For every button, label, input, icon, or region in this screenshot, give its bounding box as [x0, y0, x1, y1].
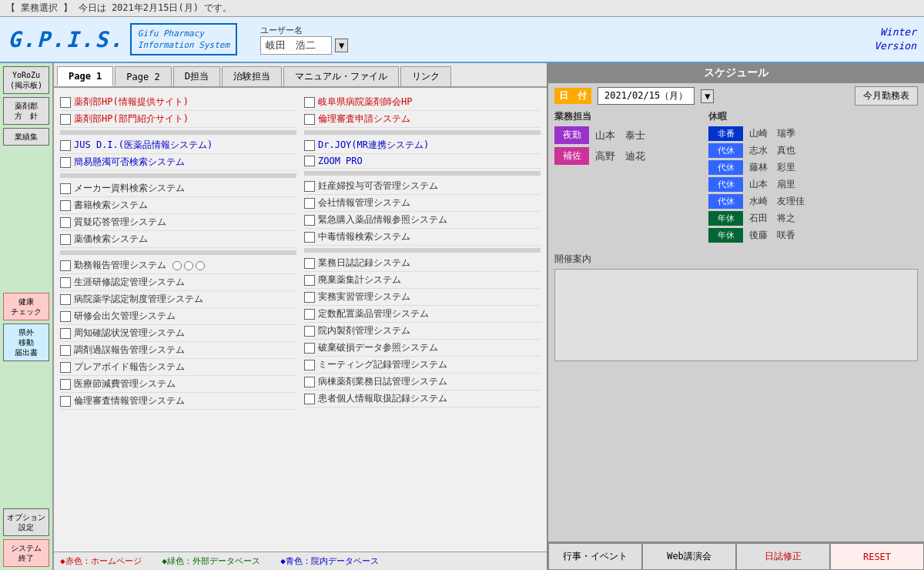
link-checkbox[interactable] — [304, 232, 315, 243]
sidebar-btn-gyoseki[interactable]: 業績集 — [3, 128, 49, 146]
link-text[interactable]: 書籍検索システム — [74, 199, 148, 212]
btn-reset[interactable]: RESET — [830, 543, 924, 570]
sidebar-btn-yakuzai[interactable]: 薬剤郡方 針 — [3, 97, 49, 125]
link-checkbox[interactable] — [60, 345, 71, 356]
link-text[interactable]: 妊産婦投与可否管理システム — [318, 179, 438, 193]
link-checkbox[interactable] — [304, 215, 315, 226]
sidebar-btn-kengai[interactable]: 県外移動届出書 — [3, 324, 49, 361]
legend-green: ◆緑色：外部データベース — [162, 556, 260, 566]
link-checkbox[interactable] — [304, 360, 315, 370]
date-dropdown-icon[interactable]: ▼ — [701, 89, 714, 103]
link-checkbox[interactable] — [60, 234, 71, 245]
link-text[interactable]: 緊急購入薬品情報参照システム — [318, 213, 447, 226]
link-checkbox[interactable] — [60, 157, 71, 168]
holiday-row-6: 年休 石田 将之 — [708, 211, 901, 226]
sidebar-btn-option[interactable]: オプション設定 — [3, 508, 49, 536]
radio-option2[interactable] — [184, 261, 193, 270]
logo-area: G.P.I.S. Gifu Pharmacy Information Syste… — [8, 23, 237, 56]
date-value: 2021/02/15（月） — [598, 87, 695, 105]
link-checkbox[interactable] — [304, 292, 315, 303]
link-checkbox[interactable] — [304, 258, 315, 269]
link-checkbox[interactable] — [304, 140, 315, 151]
schedule-date-row: 日 付 2021/02/15（月） ▼ 今月勤務表 — [548, 83, 924, 109]
link-text[interactable]: 倫理審査情報管理システム — [74, 394, 185, 407]
link-checkbox[interactable] — [60, 362, 71, 373]
link-text[interactable]: ミーティング記録管理システム — [318, 358, 447, 371]
link-checkbox[interactable] — [60, 379, 71, 390]
link-text[interactable]: 岐阜県病院薬剤師会HP — [318, 96, 412, 109]
link-text[interactable]: 生涯研修認定管理システム — [74, 276, 185, 289]
link-text[interactable]: 病院薬学認定制度管理システム — [74, 293, 203, 306]
link-text[interactable]: 患者個人情報取扱記録システム — [318, 392, 447, 405]
link-text[interactable]: Dr.JOY(MR連携システム) — [318, 139, 429, 152]
sidebar-btn-yorozu[interactable]: YoRoZu(掲示板) — [3, 66, 49, 94]
link-text[interactable]: 廃棄薬集計システム — [318, 273, 401, 287]
tab-dtanto[interactable]: D担当 — [173, 66, 220, 86]
link-checkbox[interactable] — [60, 114, 71, 125]
footer-legend: ◆赤色：ホームページ ◆緑色：外部データベース ◆青色：院内データベース — [54, 552, 547, 570]
link-checkbox[interactable] — [304, 198, 315, 209]
link-text[interactable]: 院内製剤管理システム — [318, 324, 410, 337]
link-text[interactable]: 調剤過誤報告管理システム — [74, 344, 185, 357]
link-text[interactable]: 定数配置薬品管理システム — [318, 307, 429, 320]
list-item: 書籍検索システム — [60, 197, 296, 214]
link-text[interactable]: 研修会出欠管理システム — [74, 310, 176, 323]
link-text[interactable]: 薬価検索システム — [74, 233, 148, 246]
radio-option1[interactable] — [172, 261, 182, 270]
link-checkbox[interactable] — [304, 377, 315, 387]
link-text[interactable]: 会社情報管理システム — [318, 196, 410, 210]
link-text[interactable]: 薬剤部HP(情報提供サイト) — [74, 96, 189, 109]
link-checkbox[interactable] — [304, 97, 315, 108]
radio-option3[interactable] — [196, 261, 205, 270]
link-checkbox[interactable] — [60, 97, 71, 108]
tab-page2[interactable]: Page 2 — [115, 66, 171, 86]
link-checkbox[interactable] — [304, 156, 315, 166]
link-checkbox[interactable] — [304, 343, 315, 354]
link-checkbox[interactable] — [304, 394, 315, 404]
tab-page1[interactable]: Page 1 — [57, 66, 113, 86]
link-text[interactable]: 業務日誌記録システム — [318, 256, 410, 270]
link-checkbox[interactable] — [304, 181, 315, 192]
link-checkbox[interactable] — [60, 328, 71, 339]
link-checkbox[interactable] — [60, 217, 71, 228]
link-text[interactable]: プレアボイド報告システム — [74, 360, 185, 374]
link-text[interactable]: JUS D.I.(医薬品情報システム) — [74, 139, 213, 152]
sidebar-btn-systemend[interactable]: システム終了 — [3, 539, 49, 567]
link-text[interactable]: 薬剤部HP(部門紹介サイト) — [74, 112, 189, 126]
tab-manualfile[interactable]: マニュアル・ファイル — [283, 66, 399, 86]
link-checkbox[interactable] — [304, 309, 315, 320]
list-item: 薬剤部HP(部門紹介サイト) — [60, 111, 296, 128]
link-checkbox[interactable] — [304, 275, 315, 286]
sidebar-btn-kenko[interactable]: 健康チェック — [3, 293, 49, 320]
link-checkbox[interactable] — [60, 294, 71, 305]
tab-chikentanto[interactable]: 治験担当 — [222, 66, 282, 86]
link-checkbox[interactable] — [60, 277, 71, 288]
link-checkbox[interactable] — [60, 311, 71, 322]
link-text[interactable]: 破棄破損データ参照システム — [318, 341, 438, 354]
link-checkbox[interactable] — [60, 260, 71, 271]
link-checkbox[interactable] — [60, 140, 71, 151]
link-text[interactable]: 質疑応答管理システム — [74, 216, 166, 229]
link-checkbox[interactable] — [60, 396, 71, 407]
link-text[interactable]: 簡易懸濁可否検索システム — [74, 156, 185, 169]
link-text[interactable]: 周知確認状況管理システム — [74, 327, 185, 340]
tab-link[interactable]: リンク — [400, 66, 451, 86]
link-checkbox[interactable] — [304, 114, 315, 125]
link-text[interactable]: 医療節減費管理システム — [74, 377, 176, 391]
link-text[interactable]: 中毒情報検索システム — [318, 230, 410, 243]
link-text[interactable]: 倫理審査申請システム — [318, 112, 410, 126]
link-text[interactable]: メーカー資料検索システム — [74, 182, 185, 195]
btn-web[interactable]: Web講演会 — [642, 543, 736, 570]
list-item: 研修会出欠管理システム — [60, 308, 296, 325]
link-text[interactable]: ZOOM PRO — [318, 156, 363, 166]
btn-event[interactable]: 行事・イベント — [548, 543, 642, 570]
link-text[interactable]: 勤務報告管理システム — [74, 259, 166, 272]
link-text[interactable]: 病棟薬剤業務日誌管理システム — [318, 375, 447, 388]
link-checkbox[interactable] — [60, 183, 71, 194]
user-dropdown-icon[interactable]: ▼ — [335, 39, 348, 52]
btn-nisshi[interactable]: 日誌修正 — [736, 543, 830, 570]
today-btn[interactable]: 今月勤務表 — [855, 86, 918, 106]
link-checkbox[interactable] — [304, 326, 315, 337]
link-text[interactable]: 実務実習管理システム — [318, 290, 410, 303]
link-checkbox[interactable] — [60, 200, 71, 211]
